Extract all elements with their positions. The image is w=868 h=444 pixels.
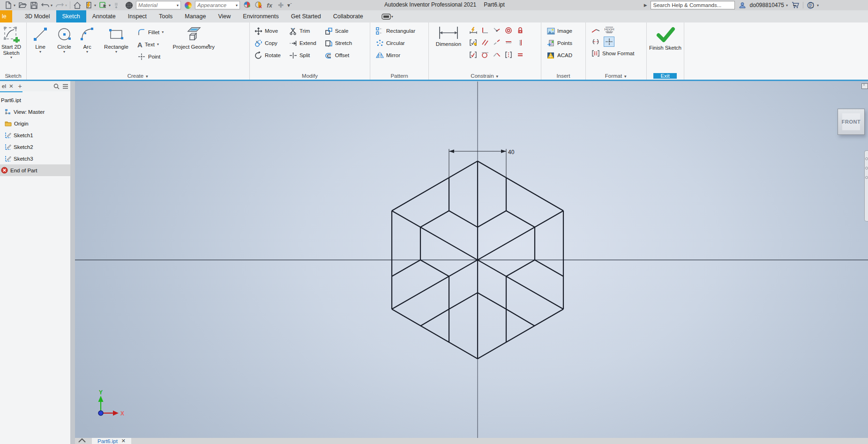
browser-item-sketch2[interactable]: Sketch2 (0, 141, 70, 153)
adjust-appearance-button[interactable] (243, 1, 251, 9)
finish-sketch-button[interactable]: Finish Sketch (649, 25, 682, 51)
collinear-constraint-button[interactable] (491, 37, 502, 48)
text-tool[interactable]: A Text ▾ (135, 38, 165, 51)
browser-tab-label[interactable]: el (2, 83, 6, 89)
ribbon-display-dropdown-icon[interactable]: ▾ (391, 15, 393, 19)
equal-constraint-button[interactable] (515, 50, 525, 60)
horizontal-constraint-button[interactable] (503, 37, 514, 48)
driven-dimension-toggle-button[interactable]: H(x)H (604, 25, 614, 36)
browser-splitter[interactable] (70, 81, 75, 444)
split-tool[interactable]: Split (287, 49, 318, 61)
sketch-canvas[interactable]: 40 Y X FRONT (75, 81, 868, 438)
redo-button[interactable] (55, 1, 64, 9)
appearance-combobox[interactable]: Appearance▾ (195, 1, 240, 9)
circle-tool[interactable]: Circle ▾ (53, 25, 75, 54)
perpendicular-constraint-button[interactable] (479, 25, 490, 36)
fillet-tool[interactable]: Fillet ▾ (135, 26, 165, 38)
move-tool[interactable]: Move (253, 25, 283, 37)
pan-icon[interactable] (865, 167, 868, 170)
update-button[interactable] (113, 1, 122, 9)
minimize-button[interactable]: – (793, 2, 796, 8)
vertical-constraint-button[interactable] (515, 37, 525, 48)
fix-constraint-button[interactable] (515, 25, 525, 36)
tab-sketch[interactable]: Sketch (56, 10, 86, 22)
qat-overflow-icon[interactable]: ▼̄ (286, 3, 291, 8)
dimension-value[interactable]: 40 (508, 149, 515, 155)
circular-pattern-tool[interactable]: Circular (374, 37, 407, 49)
select-dropdown-icon[interactable]: ▾ (109, 3, 111, 7)
browser-item-sketch3[interactable]: Sketch3 (0, 153, 70, 164)
smooth-constraint-button[interactable] (491, 50, 502, 60)
symmetric-constraint-button[interactable] (503, 50, 514, 60)
open-button[interactable] (18, 1, 27, 9)
browser-search-icon[interactable] (53, 83, 60, 89)
points-tool[interactable]: Points (545, 37, 574, 49)
arc-tool[interactable]: Arc ▾ (77, 25, 97, 54)
add-quick-access-button[interactable]: ✚ (277, 1, 285, 9)
save-button[interactable] (30, 1, 38, 9)
project-geometry-tool[interactable]: Project Geometry ▾ (172, 25, 215, 54)
center-point-toggle-button[interactable] (604, 37, 614, 47)
material-sphere-icon[interactable] (125, 1, 133, 9)
panel-label-constrain[interactable]: Constrain ▼ (429, 73, 541, 79)
copy-tool[interactable]: Copy (253, 37, 283, 49)
file-tab[interactable]: le (0, 10, 12, 22)
material-combobox[interactable]: Material▾ (136, 1, 181, 9)
construction-toggle-button[interactable] (590, 25, 601, 36)
document-tab[interactable]: Part6.ipt ✕ (92, 438, 131, 444)
line-tool[interactable]: Line ▾ (30, 25, 51, 54)
tab-tools[interactable]: Tools (153, 10, 179, 22)
rectangle-tool[interactable]: Rectangle ▾ (99, 25, 134, 54)
viewcube[interactable]: FRONT (838, 109, 865, 135)
home-tab-button[interactable] (75, 438, 89, 444)
automatic-dimension-button[interactable] (468, 25, 479, 36)
tab-inspect[interactable]: Inspect (122, 10, 153, 22)
show-format-button[interactable]: Show Format (590, 47, 636, 59)
canvas-layout-icon[interactable] (861, 83, 868, 89)
maximize-button[interactable]: ☐ (808, 2, 814, 9)
viewcube-face-label[interactable]: FRONT (842, 119, 861, 125)
coincident-constraint-button[interactable] (491, 25, 502, 36)
help-search-input[interactable]: Search Help & Commands... (651, 1, 735, 9)
start-2d-sketch-button[interactable]: Start 2D Sketch ▾ (0, 25, 24, 59)
browser-menu-icon[interactable] (62, 84, 68, 89)
browser-close-icon[interactable]: ✕ (9, 83, 14, 89)
tangent-constraint-button[interactable] (479, 50, 490, 60)
ribbon-display-toggle[interactable]: ▾ (382, 10, 393, 22)
user-dropdown-icon[interactable]: ▾ (786, 3, 788, 7)
browser-item-part[interactable]: Part6.ipt (0, 94, 70, 106)
document-tab-close-icon[interactable]: ✕ (121, 438, 126, 444)
search-expand-icon[interactable]: ▶ (644, 3, 647, 7)
trim-tool[interactable]: Trim (287, 25, 318, 37)
scale-tool[interactable]: Scale (323, 25, 354, 37)
sketch-bolt-dropdown-icon[interactable]: ▾ (94, 3, 96, 7)
dimension-tool[interactable]: Dimension (432, 25, 465, 47)
browser-item-origin[interactable]: Origin (0, 118, 70, 129)
point-tool[interactable]: Point (135, 51, 165, 63)
tab-environments[interactable]: Environments (237, 10, 284, 22)
rotate-tool[interactable]: Rotate (253, 49, 283, 61)
new-file-dropdown-icon[interactable]: ▾ (14, 3, 15, 7)
rectangular-pattern-tool[interactable]: Rectangular (374, 25, 417, 37)
tab-view[interactable]: View (212, 10, 237, 22)
undo-button[interactable] (41, 1, 49, 9)
show-constraints-button[interactable] (468, 37, 479, 48)
clear-appearance-button[interactable] (254, 1, 262, 9)
panel-label-format[interactable]: Format ▼ (586, 73, 646, 79)
select-button[interactable] (99, 1, 107, 9)
color-wheel-icon[interactable] (184, 1, 192, 9)
browser-item-end-of-part[interactable]: End of Part (0, 164, 70, 176)
navigation-bar[interactable] (864, 150, 868, 222)
concentric-constraint-button[interactable] (503, 25, 514, 36)
tab-get-started[interactable]: Get Started (285, 10, 327, 22)
offset-tool[interactable]: Offset (323, 49, 354, 61)
acad-tool[interactable]: ACAD (545, 49, 574, 61)
centerline-toggle-button[interactable] (590, 37, 601, 47)
zoom-window-icon[interactable] (865, 176, 868, 179)
steering-wheel-icon[interactable] (865, 157, 868, 160)
panel-label-create[interactable]: Create ▼ (27, 73, 249, 79)
browser-add-icon[interactable]: + (18, 82, 22, 90)
tab-manage[interactable]: Manage (179, 10, 212, 22)
redo-dropdown-icon[interactable]: ▾ (65, 3, 67, 7)
parameters-fx-button[interactable]: fx (265, 1, 274, 9)
